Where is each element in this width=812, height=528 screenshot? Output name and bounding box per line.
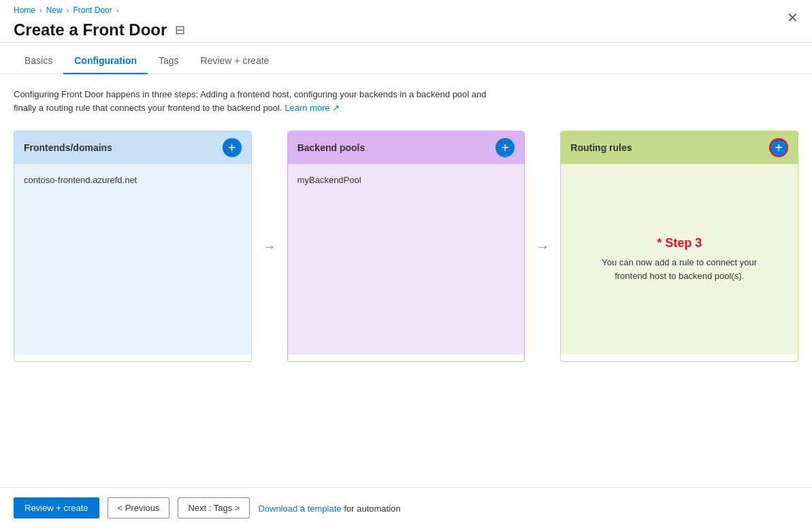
backend-panel-title: Backend pools: [297, 142, 366, 153]
tab-configuration[interactable]: Configuration: [63, 48, 148, 74]
frontends-panel-title: Frontends/domains: [24, 142, 112, 153]
tabs-bar: Basics Configuration Tags Review + creat…: [0, 48, 812, 74]
download-suffix: for automation: [344, 504, 400, 514]
arrow-1: →: [252, 239, 287, 254]
frontends-panel-wrapper: Frontends/domains + contoso-frontend.azu…: [14, 131, 252, 362]
main-content: Configuring Front Door happens in three …: [0, 74, 812, 487]
backend-panel-wrapper: Backend pools + myBackendPool: [287, 131, 525, 362]
page-container: Home › New › Front Door › Create a Front…: [0, 0, 812, 528]
tab-tags[interactable]: Tags: [148, 48, 190, 74]
step-label: * Step 3: [657, 236, 702, 250]
panels-row: Frontends/domains + contoso-frontend.azu…: [14, 131, 798, 362]
routing-panel-title: Routing rules: [570, 142, 632, 153]
routing-panel: Routing rules + * Step 3 You can now add…: [560, 131, 798, 362]
backend-panel-body: myBackendPool: [288, 164, 525, 354]
breadcrumb-sep-1: ›: [39, 6, 42, 14]
routing-add-button[interactable]: +: [769, 138, 788, 157]
download-template-link[interactable]: Download a template: [258, 504, 341, 514]
top-bar: Home › New › Front Door › Create a Front…: [0, 0, 812, 43]
footer: Review + create < Previous Next : Tags >…: [0, 487, 812, 528]
breadcrumb-home[interactable]: Home: [14, 5, 35, 15]
step-description: You can now add a rule to connect your f…: [598, 256, 761, 282]
tab-review-create[interactable]: Review + create: [190, 48, 280, 74]
print-icon[interactable]: ⊟: [175, 22, 185, 37]
breadcrumb-sep-2: ›: [67, 6, 69, 14]
routing-panel-header: Routing rules +: [561, 131, 798, 164]
frontends-panel-header: Frontends/domains +: [14, 131, 251, 164]
frontends-panel-body: contoso-frontend.azurefd.net: [14, 164, 251, 354]
backend-panel: Backend pools + myBackendPool: [287, 131, 525, 362]
arrow-2: →: [525, 239, 560, 254]
download-link-container: Download a template for automation: [258, 503, 400, 514]
description-text: Configuring Front Door happens in three …: [14, 88, 490, 114]
frontends-add-button[interactable]: +: [223, 138, 242, 157]
routing-panel-body: * Step 3 You can now add a rule to conne…: [561, 164, 798, 354]
frontend-item[interactable]: contoso-frontend.azurefd.net: [24, 172, 242, 188]
close-button[interactable]: ✕: [787, 11, 798, 24]
breadcrumb-frontdoor[interactable]: Front Door: [73, 5, 112, 15]
backend-add-button[interactable]: +: [496, 138, 515, 157]
frontends-panel: Frontends/domains + contoso-frontend.azu…: [14, 131, 252, 362]
backend-item[interactable]: myBackendPool: [297, 172, 515, 188]
next-button[interactable]: Next : Tags >: [178, 497, 250, 518]
learn-more-link[interactable]: Learn more ↗: [285, 103, 340, 113]
page-title: Create a Front Door: [14, 20, 167, 39]
breadcrumb: Home › New › Front Door ›: [14, 5, 798, 15]
breadcrumb-new[interactable]: New: [46, 5, 63, 15]
previous-button[interactable]: < Previous: [108, 497, 170, 518]
review-create-button[interactable]: Review + create: [14, 497, 99, 518]
page-title-row: Create a Front Door ⊟: [14, 20, 798, 39]
backend-panel-header: Backend pools +: [288, 131, 525, 164]
breadcrumb-sep-3: ›: [116, 6, 119, 14]
routing-panel-wrapper: Routing rules + * Step 3 You can now add…: [560, 131, 798, 362]
tab-basics[interactable]: Basics: [14, 48, 63, 74]
